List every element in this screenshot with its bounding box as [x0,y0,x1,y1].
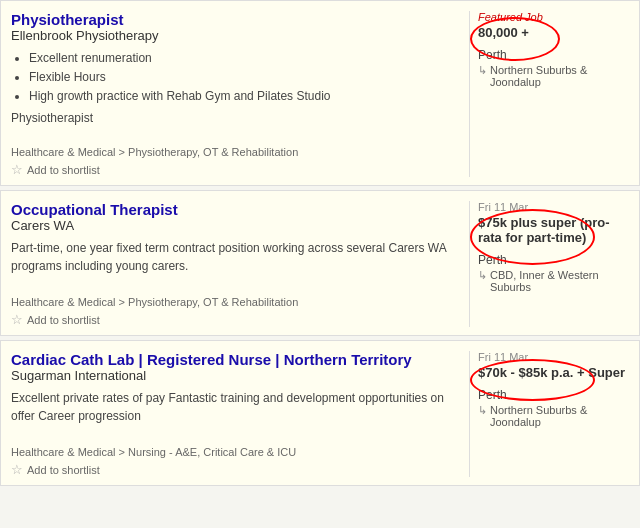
job-desc-3: Excellent private rates of pay Fantastic… [11,389,459,425]
location-sub-text-2: CBD, Inner & Western Suburbs [490,269,629,293]
job-main-1: Physiotherapist Ellenbrook Physiotherapy… [11,11,469,177]
job-company-1: Ellenbrook Physiotherapy [11,28,459,43]
job-location-city-3: Perth [478,388,507,402]
job-shortlist-2[interactable]: ☆ Add to shortlist [11,312,459,327]
job-salary-1: 80,000 + [478,25,529,40]
job-category-3: Healthcare & Medical > Nursing - A&E, Cr… [11,446,459,458]
job-bullets-1: Excellent renumeration Flexible Hours Hi… [29,49,459,105]
job-main-2: Occupational Therapist Carers WA Part-ti… [11,201,469,327]
job-bullet-1-1: Flexible Hours [29,68,459,86]
salary-wrapper-1: 80,000 + [478,25,529,44]
job-bullet-1-2: High growth practice with Rehab Gym and … [29,87,459,105]
salary-wrapper-3: $70k - $85k p.a. + Super [478,365,625,384]
shortlist-label-2: Add to shortlist [27,314,100,326]
job-shortlist-1[interactable]: ☆ Add to shortlist [11,162,459,177]
job-sidebar-1: Featured Job 80,000 + Perth ↳ Northern S… [469,11,629,177]
job-category-2: Healthcare & Medical > Physiotherapy, OT… [11,296,459,308]
job-card-2: Occupational Therapist Carers WA Part-ti… [0,190,640,336]
job-desc-2: Part-time, one year fixed term contract … [11,239,459,275]
job-card-3: Cardiac Cath Lab | Registered Nurse | No… [0,340,640,486]
job-location-sub-3: ↳ Northern Suburbs & Joondalup [478,404,629,428]
job-location-sub-2: ↳ CBD, Inner & Western Suburbs [478,269,629,293]
job-title-1[interactable]: Physiotherapist [11,11,459,28]
location-arrow-1: ↳ [478,64,487,77]
job-bullet-1-0: Excellent renumeration [29,49,459,67]
jobs-list: Physiotherapist Ellenbrook Physiotherapy… [0,0,640,486]
featured-badge-1: Featured Job [478,11,543,23]
job-location-city-1: Perth [478,48,507,62]
shortlist-label-3: Add to shortlist [27,464,100,476]
job-main-3: Cardiac Cath Lab | Registered Nurse | No… [11,351,469,477]
job-card-1: Physiotherapist Ellenbrook Physiotherapy… [0,0,640,186]
location-arrow-3: ↳ [478,404,487,417]
job-title-2[interactable]: Occupational Therapist [11,201,459,218]
star-icon-3: ☆ [11,462,23,477]
job-shortlist-3[interactable]: ☆ Add to shortlist [11,462,459,477]
job-title-3[interactable]: Cardiac Cath Lab | Registered Nurse | No… [11,351,459,368]
job-sidebar-2: Fri 11 Mar $75k plus super (pro-rata for… [469,201,629,327]
job-category-1: Healthcare & Medical > Physiotherapy, OT… [11,146,459,158]
salary-wrapper-2: $75k plus super (pro-rata for part-time) [478,215,629,249]
job-desc-1: Excellent renumeration Flexible Hours Hi… [11,49,459,105]
job-subtitle-1: Physiotherapist [11,111,459,125]
job-company-2: Carers WA [11,218,459,233]
location-sub-text-1: Northern Suburbs & Joondalup [490,64,629,88]
shortlist-label-1: Add to shortlist [27,164,100,176]
job-location-city-2: Perth [478,253,507,267]
job-salary-2: $75k plus super (pro-rata for part-time) [478,215,629,245]
job-company-3: Sugarman International [11,368,459,383]
job-salary-3: $70k - $85k p.a. + Super [478,365,625,380]
job-date-2: Fri 11 Mar [478,201,528,213]
location-arrow-2: ↳ [478,269,487,282]
job-sidebar-3: Fri 11 Mar $70k - $85k p.a. + Super Pert… [469,351,629,477]
job-location-sub-1: ↳ Northern Suburbs & Joondalup [478,64,629,88]
star-icon-1: ☆ [11,162,23,177]
job-date-3: Fri 11 Mar [478,351,528,363]
star-icon-2: ☆ [11,312,23,327]
location-sub-text-3: Northern Suburbs & Joondalup [490,404,629,428]
